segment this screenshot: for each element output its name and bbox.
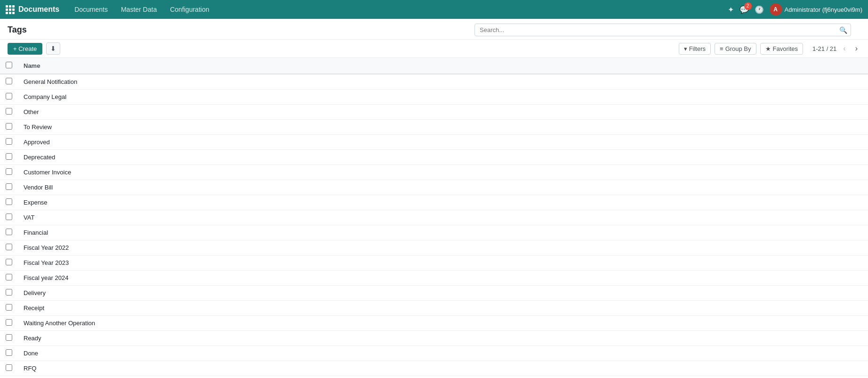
star-icon: ★	[765, 45, 771, 52]
table-row[interactable]: Customer Invoice	[0, 165, 868, 180]
table-body: General NotificationCompany LegalOtherTo…	[0, 74, 868, 378]
table-row[interactable]: Receipt	[0, 301, 868, 316]
row-checkbox[interactable]	[6, 78, 12, 84]
clock-icon[interactable]: 🕐	[755, 5, 764, 14]
row-name: Financial	[18, 225, 868, 240]
filter-icon: ▾	[684, 45, 687, 52]
row-checkbox[interactable]	[6, 108, 12, 115]
table-row[interactable]: Vendor Bill	[0, 180, 868, 195]
row-name: Customer Invoice	[18, 165, 868, 180]
favorites-button[interactable]: ★ Favorites	[760, 43, 803, 55]
filters-button[interactable]: ▾ Filters	[679, 43, 711, 55]
row-checkbox[interactable]	[6, 244, 12, 250]
search-icon: 🔍	[839, 26, 847, 34]
user-menu[interactable]: A Administrator (fj6nyue0vi9m)	[770, 3, 862, 16]
row-checkbox[interactable]	[6, 319, 12, 326]
chat-badge: 2	[744, 2, 752, 10]
page-title: Tags	[8, 25, 27, 35]
table-row[interactable]: Fiscal Year 2022	[0, 240, 868, 255]
row-checkbox[interactable]	[6, 229, 12, 235]
nav-menu: Documents Master Data Configuration	[69, 4, 727, 15]
table-row[interactable]: Other	[0, 105, 868, 120]
table-row[interactable]: VAT	[0, 210, 868, 225]
group-by-label: Group By	[725, 45, 751, 52]
table-row[interactable]: Pruchase Order	[0, 376, 868, 378]
row-checkbox-cell	[0, 225, 18, 240]
tags-table: Name General NotificationCompany LegalOt…	[0, 58, 868, 378]
select-all-checkbox[interactable]	[6, 62, 12, 68]
nav-master-data[interactable]: Master Data	[115, 4, 162, 15]
pagination-prev[interactable]: ‹	[840, 43, 848, 54]
table-row[interactable]: Expense	[0, 195, 868, 210]
toolbar: + Create ⬇ ▾ Filters ≡ Group By ★ Favori…	[0, 40, 868, 58]
group-by-icon: ≡	[720, 45, 723, 52]
row-checkbox[interactable]	[6, 93, 12, 99]
navbar: Documents Documents Master Data Configur…	[0, 0, 868, 19]
row-checkbox-cell	[0, 286, 18, 301]
row-checkbox-cell	[0, 105, 18, 120]
app-brand[interactable]: Documents	[6, 5, 59, 14]
row-name: Fiscal year 2024	[18, 271, 868, 286]
table-row[interactable]: Fiscal year 2024	[0, 271, 868, 286]
row-checkbox-cell	[0, 180, 18, 195]
row-checkbox[interactable]	[6, 334, 12, 341]
table-row[interactable]: Ready	[0, 331, 868, 346]
row-checkbox-cell	[0, 90, 18, 105]
chat-icon[interactable]: 💬 2	[739, 5, 749, 14]
table-row[interactable]: Approved	[0, 135, 868, 150]
row-checkbox-cell	[0, 165, 18, 180]
row-checkbox[interactable]	[6, 274, 12, 280]
table-header: Name	[0, 58, 868, 74]
header-name[interactable]: Name	[18, 58, 868, 74]
row-checkbox[interactable]	[6, 123, 12, 130]
table-row[interactable]: Done	[0, 346, 868, 361]
nav-documents[interactable]: Documents	[69, 4, 113, 15]
row-name: To Review	[18, 120, 868, 135]
row-checkbox[interactable]	[6, 289, 12, 296]
pagination-next[interactable]: ›	[852, 43, 860, 54]
pagination-info: 1-21 / 21	[812, 45, 836, 52]
table-row[interactable]: Delivery	[0, 286, 868, 301]
row-name: Waiting Another Operation	[18, 316, 868, 331]
table-row[interactable]: Waiting Another Operation	[0, 316, 868, 331]
export-button[interactable]: ⬇	[46, 42, 60, 55]
grid-icon	[6, 5, 15, 14]
row-checkbox-cell	[0, 195, 18, 210]
row-checkbox-cell	[0, 255, 18, 271]
row-checkbox-cell	[0, 240, 18, 255]
nav-configuration[interactable]: Configuration	[164, 4, 215, 15]
table-row[interactable]: General Notification	[0, 74, 868, 90]
row-checkbox[interactable]	[6, 138, 12, 145]
row-checkbox[interactable]	[6, 364, 12, 371]
group-by-button[interactable]: ≡ Group By	[715, 43, 756, 55]
row-checkbox-cell	[0, 346, 18, 361]
row-checkbox[interactable]	[6, 198, 12, 205]
table-row[interactable]: Deprecated	[0, 150, 868, 165]
row-checkbox-cell	[0, 301, 18, 316]
row-checkbox[interactable]	[6, 183, 12, 190]
user-name: Administrator (fj6nyue0vi9m)	[785, 6, 862, 13]
row-checkbox-cell	[0, 120, 18, 135]
table-row[interactable]: Financial	[0, 225, 868, 240]
row-name: Company Legal	[18, 90, 868, 105]
row-checkbox[interactable]	[6, 259, 12, 265]
create-button[interactable]: + Create	[8, 43, 42, 55]
row-checkbox[interactable]	[6, 214, 12, 220]
brand-label: Documents	[18, 5, 59, 14]
row-checkbox[interactable]	[6, 304, 12, 311]
row-checkbox-cell	[0, 210, 18, 225]
search-input[interactable]	[474, 24, 851, 36]
settings-icon[interactable]: ✦	[728, 5, 734, 14]
favorites-label: Favorites	[773, 45, 798, 52]
row-checkbox[interactable]	[6, 168, 12, 175]
row-checkbox-cell	[0, 74, 18, 90]
row-checkbox-cell	[0, 271, 18, 286]
row-name: Fiscal Year 2023	[18, 255, 868, 271]
row-name: General Notification	[18, 74, 868, 90]
table-row[interactable]: To Review	[0, 120, 868, 135]
table-row[interactable]: RFQ	[0, 361, 868, 376]
row-checkbox[interactable]	[6, 153, 12, 160]
row-checkbox[interactable]	[6, 349, 12, 356]
table-row[interactable]: Company Legal	[0, 90, 868, 105]
table-row[interactable]: Fiscal Year 2023	[0, 255, 868, 271]
